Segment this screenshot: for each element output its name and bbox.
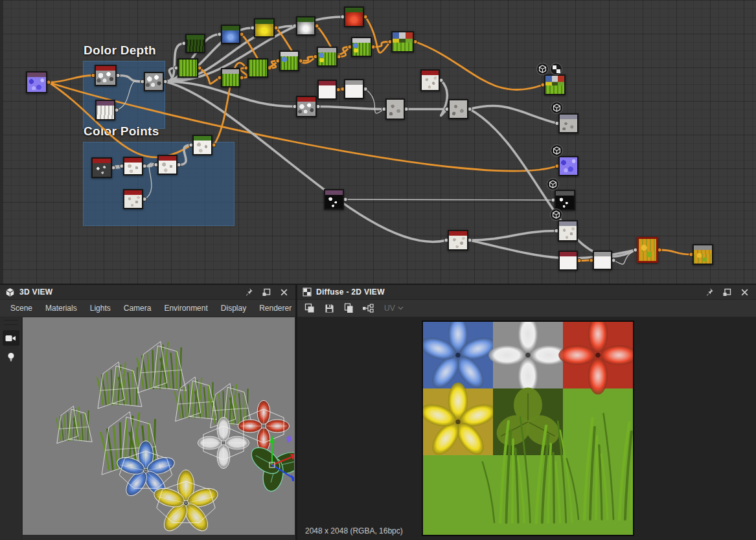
texture-node-n19[interactable] (317, 47, 338, 67)
node-header (559, 221, 577, 226)
texture-node-n1[interactable] (26, 71, 47, 93)
texture-node-n17[interactable] (247, 58, 268, 78)
texture-node-n33[interactable] (558, 220, 578, 242)
menu-item-materials[interactable]: Materials (39, 300, 84, 317)
view-in-3d-icon[interactable] (551, 144, 563, 157)
node-wire (659, 250, 691, 254)
node-thumbnail (97, 106, 114, 119)
node-header (318, 48, 336, 52)
texture-node-n28[interactable] (448, 230, 468, 251)
node-header (556, 191, 574, 196)
texture-node-n11[interactable] (178, 58, 198, 78)
texture-node-n32[interactable] (555, 190, 575, 210)
node-thumbnail (249, 60, 267, 76)
texture-node-n23[interactable] (344, 79, 364, 99)
panel-3d-title: 3D VIEW (19, 287, 238, 297)
pin-icon[interactable] (242, 286, 255, 298)
view-in-3d-icon[interactable] (550, 208, 562, 221)
texture-node-n12[interactable] (221, 25, 240, 44)
node-thumbnail (449, 236, 467, 249)
node-thumbnail (222, 74, 239, 86)
panel-2d-title: Diffuse - 2D VIEW (316, 287, 698, 297)
copy-paste-button[interactable] (340, 300, 357, 316)
texture-node-n13[interactable] (254, 18, 275, 38)
node-header (27, 73, 46, 77)
texture-node-n25[interactable] (385, 98, 405, 120)
node-wire (579, 260, 591, 261)
node-wire (345, 199, 553, 200)
texture-node-n20[interactable] (351, 37, 372, 57)
node-header (325, 190, 343, 195)
texture-node-n9[interactable] (192, 135, 212, 155)
panel-2d-titlebar[interactable]: Diffuse - 2D VIEW (297, 285, 756, 300)
texture-node-n2[interactable] (95, 65, 117, 86)
node-thumbnail (387, 100, 404, 118)
save-button[interactable] (321, 300, 338, 316)
menu-item-renderer[interactable]: Renderer (253, 300, 298, 317)
node-thumbnail (545, 76, 564, 94)
texture-node-n10[interactable] (185, 34, 205, 53)
texture-node-n37[interactable] (693, 244, 713, 265)
menu-item-scene[interactable]: Scene (4, 300, 39, 317)
toolbar-grip[interactable] (4, 320, 18, 325)
restore-window-icon[interactable] (720, 286, 733, 298)
close-icon[interactable] (738, 286, 751, 298)
texture-node-n6[interactable] (123, 157, 143, 175)
texture-node-n3[interactable] (144, 72, 164, 91)
menu-item-lights[interactable]: Lights (84, 300, 117, 317)
menu-item-camera[interactable]: Camera (117, 300, 158, 317)
texture-node-n18[interactable] (279, 51, 299, 71)
camera-tool-button[interactable] (3, 330, 19, 346)
view-in-3d-icon[interactable] (536, 63, 549, 75)
3d-viewport[interactable] (23, 317, 295, 535)
texture-node-n36[interactable] (637, 237, 658, 263)
node-thumbnail (352, 43, 371, 56)
node-graph-canvas[interactable]: Dolor DepthColor Points (0, 0, 756, 284)
view-in-3d-icon[interactable] (547, 178, 559, 190)
texture-node-n8[interactable] (123, 189, 143, 209)
pin-icon[interactable] (703, 286, 716, 298)
texture-node-n7[interactable] (157, 155, 178, 175)
node-header (560, 115, 577, 119)
texture-node-n34[interactable] (558, 251, 578, 271)
texture-node-n5[interactable] (91, 157, 112, 178)
duplicate-image-button[interactable] (301, 300, 318, 316)
uv-label: UV (384, 304, 395, 313)
texture-size-status: 2048 x 2048 (RGBA, 16bpc) (305, 526, 403, 535)
node-header (560, 252, 577, 256)
texture-node-n31[interactable] (558, 156, 578, 176)
texture-node-n20b[interactable] (391, 31, 414, 52)
export-graph-button[interactable] (360, 300, 376, 316)
restore-window-icon[interactable] (260, 286, 273, 298)
node-wire (373, 42, 390, 47)
menu-item-display[interactable]: Display (214, 300, 253, 317)
panel-3d-titlebar[interactable]: 3D VIEW (0, 285, 295, 300)
texture-node-n15[interactable] (344, 6, 364, 27)
texture-node-n24[interactable] (420, 69, 440, 91)
node-header (345, 8, 363, 12)
close-icon[interactable] (277, 286, 290, 298)
2d-viewport[interactable]: 2048 x 2048 (RGBA, 16bpc) (297, 317, 756, 540)
node-header (124, 158, 142, 163)
texture-node-n22[interactable] (317, 80, 337, 100)
texture-node-n16[interactable] (221, 68, 240, 87)
node-wire (240, 68, 247, 78)
light-tool-button[interactable] (3, 350, 19, 365)
menu-item-environment[interactable]: Environment (157, 300, 214, 317)
uv-mode-dropdown[interactable]: UV (384, 304, 404, 313)
node-thumbnail (393, 32, 413, 51)
texture-node-n35[interactable] (593, 251, 612, 270)
texture-node-n30[interactable] (558, 113, 578, 133)
panel-3d-view: 3D VIEW SceneMaterialsLightsCameraEnviro… (0, 285, 295, 540)
view-in-2d-icon[interactable] (550, 63, 562, 75)
node-thumbnail (560, 119, 577, 132)
node-wire (339, 47, 350, 57)
texture-node-n27[interactable] (324, 189, 344, 210)
texture-node-n29[interactable] (544, 74, 566, 95)
view-in-3d-icon[interactable] (551, 102, 563, 114)
node-header (222, 69, 239, 74)
texture-node-n21[interactable] (296, 96, 317, 117)
texture-node-n26[interactable] (448, 99, 468, 119)
texture-node-n14[interactable] (296, 16, 315, 36)
texture-node-n4[interactable] (95, 100, 115, 120)
